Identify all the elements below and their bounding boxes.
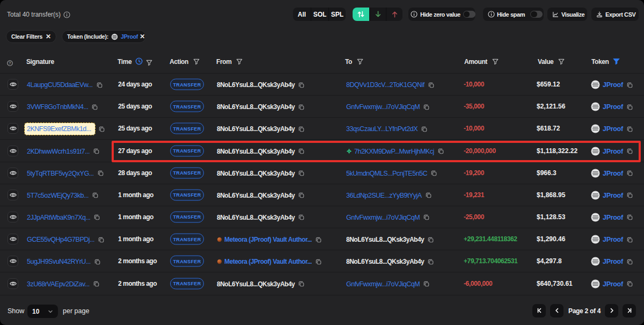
svg-text:?: ? (9, 61, 11, 65)
